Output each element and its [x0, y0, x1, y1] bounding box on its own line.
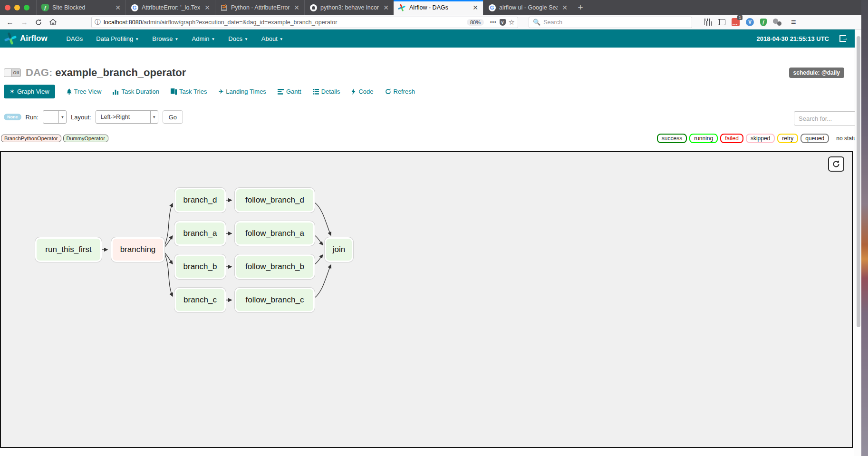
run-select[interactable]: ▼	[43, 110, 67, 124]
nav-item-browse[interactable]: Browse▼	[145, 29, 185, 48]
page-scrollbar[interactable]	[855, 29, 861, 456]
dag-node-branching[interactable]: branching	[111, 237, 164, 262]
menu-hamburger-icon[interactable]: ≡	[791, 17, 796, 27]
pocket-icon[interactable]: v	[500, 19, 506, 26]
minimize-window-button[interactable]	[14, 5, 20, 10]
close-tab-icon[interactable]: ✕	[382, 4, 390, 11]
graph-controls: None Run: ▼ Layout: Left->Right ▼ Go	[4, 110, 183, 124]
close-tab-icon[interactable]: ✕	[203, 4, 211, 11]
browser-tab[interactable]: G airflow ui - Google Search ✕	[483, 0, 572, 15]
macos-traffic-lights	[0, 0, 36, 15]
stackoverflow-icon	[221, 5, 227, 11]
nav-item-dags[interactable]: DAGs	[60, 29, 90, 48]
refresh-icon	[385, 88, 391, 95]
page-zoom-indicator[interactable]: 80%	[467, 19, 484, 26]
tab-title: Python - AttributeError: '_io.Te	[231, 4, 289, 11]
nav-item-docs[interactable]: Docs▼	[222, 29, 255, 48]
browser-tab[interactable]: ƒ Site Blocked ✕	[36, 0, 125, 15]
tab-details[interactable]: Details	[313, 88, 340, 95]
library-icon[interactable]	[704, 19, 712, 26]
tab-task-duration[interactable]: Task Duration	[113, 88, 159, 95]
google-icon: G	[489, 4, 496, 11]
legend-state-queued: queued	[800, 134, 829, 143]
tab-code[interactable]: Code	[351, 88, 373, 95]
sidebar-toggle-icon[interactable]	[718, 19, 725, 25]
browser-search-bar[interactable]: 🔍	[529, 17, 692, 28]
url-bar[interactable]: ⓘ localhost:8080/admin/airflow/graph?exe…	[91, 17, 518, 28]
dag-node-run_this_first[interactable]: run_this_first	[35, 237, 102, 262]
dag-node-follow_branch_b[interactable]: follow_branch_b	[235, 254, 315, 279]
dag-node-branch_c[interactable]: branch_c	[174, 288, 226, 312]
forward-button[interactable]: →	[18, 17, 30, 28]
operator-legend: BranchPythonOperator DummyOperator	[1, 135, 108, 142]
nav-item-about[interactable]: About▼	[255, 29, 290, 48]
dag-pause-toggle[interactable]: Off	[4, 68, 21, 77]
close-tab-icon[interactable]: ✕	[114, 4, 122, 11]
go-button[interactable]: Go	[163, 110, 183, 124]
legend-state-running: running	[689, 134, 718, 143]
layout-select[interactable]: Left->Right ▼	[96, 110, 158, 124]
extension-shield-icon[interactable]: ƒ	[760, 19, 767, 26]
close-tab-icon[interactable]: ✕	[561, 4, 569, 11]
chevron-down-icon: ▼	[58, 111, 66, 123]
close-tab-icon[interactable]: ✕	[293, 4, 300, 11]
close-window-button[interactable]	[5, 5, 10, 10]
close-tab-icon[interactable]: ✕	[472, 4, 479, 11]
browser-tab[interactable]: G AttributeError: '_io.TextIOWrapp ✕	[125, 0, 215, 15]
graph-refresh-button[interactable]	[828, 156, 844, 172]
tab-landing-times[interactable]: ✈ Landing Times	[218, 88, 266, 95]
dag-node-join[interactable]: join	[325, 237, 353, 262]
tab-gantt[interactable]: Gantt	[278, 88, 301, 95]
airflow-brand[interactable]: Airflow	[5, 32, 48, 45]
page-actions-icon[interactable]: •••	[490, 19, 497, 25]
extension-vimium-icon[interactable]: V	[746, 18, 754, 26]
legend-state-retry: retry	[777, 134, 798, 143]
browser-window: ƒ Site Blocked ✕ G AttributeError: '_io.…	[0, 0, 868, 456]
dag-node-follow_branch_a[interactable]: follow_branch_a	[235, 221, 315, 246]
zoom-window-button[interactable]	[24, 5, 29, 10]
tree-view-icon	[67, 88, 72, 95]
tab-graph-view[interactable]: ✶ Graph View	[4, 85, 55, 98]
dag-node-follow_branch_d[interactable]: follow_branch_d	[235, 188, 315, 213]
new-tab-button[interactable]: +	[572, 0, 588, 15]
tab-title: python3: behave incorrectly mo	[320, 4, 379, 11]
browser-tab-bar: ƒ Site Blocked ✕ G AttributeError: '_io.…	[0, 0, 861, 15]
chevron-down-icon: ▼	[150, 111, 158, 123]
nav-item-data-profiling[interactable]: Data Profiling▼	[89, 29, 145, 48]
site-info-icon[interactable]: ⓘ	[95, 18, 101, 27]
back-button[interactable]: ←	[4, 17, 16, 28]
extension-orbs-icon[interactable]	[773, 19, 781, 26]
home-icon[interactable]	[47, 17, 59, 28]
extension-badge: 1	[737, 15, 743, 20]
tab-tree-view[interactable]: Tree View	[67, 88, 102, 95]
bookmark-star-icon[interactable]: ☆	[509, 18, 515, 27]
chevron-down-icon: ▼	[244, 37, 248, 41]
browser-tab-active[interactable]: Airflow - DAGs ✕	[394, 0, 483, 15]
dag-node-follow_branch_c[interactable]: follow_branch_c	[235, 288, 315, 312]
dag-node-branch_d[interactable]: branch_d	[174, 188, 226, 213]
browser-tab[interactable]: Python - AttributeError: '_io.Te ✕	[215, 0, 304, 15]
airflow-logo-icon	[5, 32, 17, 45]
legend-state-failed: failed	[720, 134, 743, 143]
task-search-input[interactable]	[794, 111, 863, 126]
dag-node-branch_a[interactable]: branch_a	[174, 221, 226, 246]
url-text: localhost:8080/admin/airflow/graph?execu…	[104, 19, 464, 26]
logout-icon[interactable]	[839, 35, 846, 42]
page-title: DAG:example_branch_operator	[26, 67, 186, 79]
dag-graph-canvas[interactable]: run_this_first branching branch_d follow…	[0, 151, 853, 448]
gantt-icon	[278, 89, 284, 95]
utc-clock: 2018-04-30 21:55:13 UTC	[757, 35, 829, 42]
dag-header: Off DAG:example_branch_operator schedule…	[0, 65, 855, 81]
tab-task-tries[interactable]: Task Tries	[171, 88, 207, 95]
tab-refresh[interactable]: Refresh	[385, 88, 415, 95]
browser-search-input[interactable]	[543, 19, 688, 26]
reload-icon[interactable]	[32, 17, 45, 28]
chevron-down-icon: ▼	[175, 37, 179, 41]
browser-tab[interactable]: python3: behave incorrectly mo ✕	[304, 0, 394, 15]
dag-edge	[315, 203, 331, 235]
dag-node-branch_b[interactable]: branch_b	[174, 254, 226, 279]
scrollbar-thumb[interactable]	[857, 36, 860, 327]
nav-item-admin[interactable]: Admin▼	[185, 29, 222, 48]
extension-adblock-icon[interactable]: 1	[732, 18, 740, 26]
legend-state-success: success	[657, 134, 687, 143]
